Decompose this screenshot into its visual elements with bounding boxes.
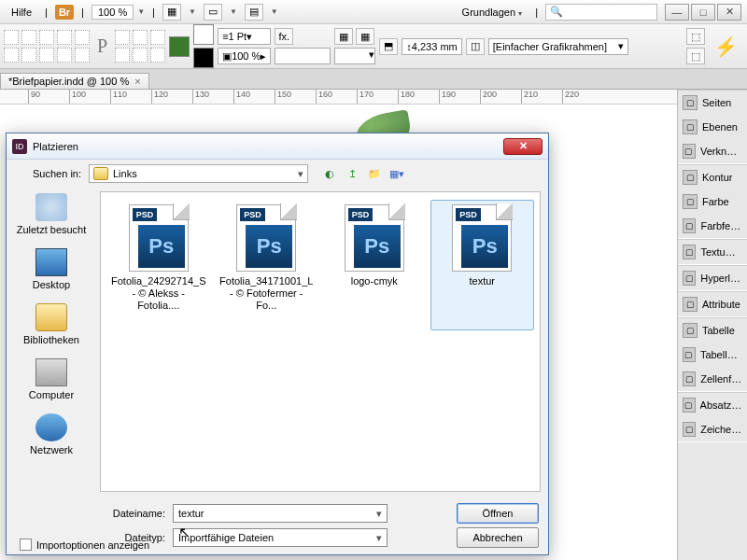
open-button[interactable]: Öffnen [457,503,539,524]
cancel-button[interactable]: Abbrechen [457,527,539,548]
fx-icon[interactable]: fx. [275,28,293,45]
panel-farbfelder[interactable]: ▢Farbfelder [678,214,747,238]
tint-field[interactable]: ▣ 100 % ▸ [218,48,271,64]
tab-close-icon[interactable]: × [134,76,140,87]
cap-field[interactable]: ▾ [334,48,375,64]
panel-icon: ▢ [683,323,698,338]
ruler-tick: 120 [151,90,168,105]
panel-zeichenf[interactable]: ▢Zeichenf... [678,417,747,441]
import-options-checkbox[interactable] [20,539,32,551]
import-options-row[interactable]: Importoptionen anzeigen [20,539,149,551]
dialog-titlebar[interactable]: ID Platzieren ✕ [7,133,548,160]
psd-icon: PSDPs [345,204,404,272]
swap-swatch[interactable] [193,48,214,68]
place-network[interactable]: Netzwerk [30,413,73,455]
panel-textumfl[interactable]: ▢Textumfl... [678,240,747,264]
fill-swatch[interactable] [169,36,190,57]
places-bar: Zuletzt besucht Desktop Bibliotheken Com… [7,188,96,496]
file-item[interactable]: PSDPsFotolia_34171001_L - © Fotofermer -… [215,200,318,330]
control-bar: P ≡ 1 Pt ▾ ▣ 100 % ▸ fx. ▦▦ ▾ ⬒ ↕ 4,233 … [0,24,747,69]
panel-verknpf[interactable]: ▢Verknüpf... [678,139,747,163]
zoom-control[interactable]: 100 % ▼ [92,5,145,20]
wrap-icon[interactable]: ▦ [334,28,353,45]
ruler-tick: 200 [480,90,497,105]
stroke-style-field[interactable] [275,48,331,64]
panel-ebenen[interactable]: ▢Ebenen [678,115,747,139]
panel-label: Absatzfor... [700,399,742,411]
workspace-switcher[interactable]: Grundlagen ▾ [457,5,529,20]
place-libraries[interactable]: Bibliotheken [23,303,79,345]
place-dialog: ID Platzieren ✕ Suchen in: Links ▾ ◐ ↥ 📁… [6,133,549,555]
extra-icon-2[interactable]: ⬚ [686,48,705,64]
filetype-field[interactable]: Importfähige Dateien▾ [173,528,388,547]
dialog-close-button[interactable]: ✕ [503,138,543,155]
panel-icon: ▢ [683,245,696,259]
panel-icon: ▢ [683,218,696,233]
panel-icon: ▢ [683,297,698,312]
screen-mode-icon[interactable]: ▭ [204,4,222,21]
panel-tabelle[interactable]: ▢Tabelle [678,318,747,343]
panel-zellenfor[interactable]: ▢Zellenfor... [678,367,747,391]
ruler-tick: 170 [357,90,374,105]
extra-icon-1[interactable]: ⬚ [686,28,705,45]
up-icon[interactable]: ↥ [344,165,360,182]
panel-kontur[interactable]: ▢Kontur [678,165,747,189]
object-style-icon[interactable]: ◫ [466,38,485,55]
panel-farbe[interactable]: ▢Farbe [678,189,747,214]
place-desktop[interactable]: Desktop [33,248,70,290]
ruler-tick: 160 [316,90,332,105]
stroke-weight-field[interactable]: ≡ 1 Pt ▾ [218,28,271,45]
corner-radius-field[interactable]: ↕ 4,233 mm [402,38,461,55]
transform-tools[interactable] [115,30,165,63]
file-item[interactable]: PSDPslogo-cmyk [322,200,426,330]
menu-help[interactable]: Hilfe [6,5,37,20]
minimize-button[interactable]: — [665,4,689,21]
file-item[interactable]: PSDPsFotolia_24292714_S - © Alekss - Fot… [106,200,211,330]
document-tab[interactable]: *Briefpapier.indd @ 100 % × [0,73,149,89]
panel-hyperlinks[interactable]: ▢Hyperlinks [678,266,747,290]
psd-icon: PSDPs [452,204,512,272]
zoom-value[interactable]: 100 % [92,5,134,20]
panel-icon: ▢ [683,422,696,437]
place-recent[interactable]: Zuletzt besucht [17,193,87,235]
panel-label: Tabellenf... [700,349,742,360]
wrap2-icon[interactable]: ▦ [356,28,374,45]
close-button[interactable]: ✕ [717,4,741,21]
dialog-title: Platzieren [33,141,78,152]
place-computer[interactable]: Computer [29,358,74,400]
file-list[interactable]: PSDPsFotolia_24292714_S - © Alekss - Fot… [100,191,541,492]
panel-label: Verknüpf... [700,146,742,157]
file-name: Fotolia_24292714_S - © Alekss - Fotolia.… [111,275,206,313]
panel-label: Hyperlinks [700,273,742,284]
file-item[interactable]: PSDPstextur [430,200,535,330]
psd-icon: PSDPs [236,204,296,272]
new-folder-icon[interactable]: 📁 [366,165,383,182]
corner-icon[interactable]: ⬒ [379,38,398,55]
view-option-icon[interactable]: ▦ [162,4,181,21]
chevron-down-icon[interactable]: ▼ [137,7,145,16]
back-icon[interactable]: ◐ [321,165,338,182]
fill-stroke-swatches[interactable] [169,36,190,57]
chevron-down-icon[interactable]: ▾ [298,168,303,180]
panel-tabellenf[interactable]: ▢Tabellenf... [678,343,747,367]
filename-field[interactable]: textur▾ [173,504,388,523]
anchor-tools[interactable] [4,30,90,63]
panel-absatzfor[interactable]: ▢Absatzfor... [678,393,747,417]
panel-seiten[interactable]: ▢Seiten [678,91,747,115]
ruler-tick: 100 [69,90,86,105]
ruler-tick: 190 [439,90,456,105]
object-style-field[interactable]: [Einfacher Grafikrahmen]▾ [488,38,628,55]
search-input[interactable]: 🔍 [545,4,657,21]
ruler-tick: 140 [233,90,250,105]
stroke-swatch[interactable] [193,24,214,45]
panel-attribute[interactable]: ▢Attribute [678,292,747,316]
panel-label: Farbe [702,196,729,207]
arrange-icon[interactable]: ▤ [245,4,263,21]
maximize-button[interactable]: □ [691,4,715,21]
folder-combobox[interactable]: Links ▾ [89,164,308,183]
ruler-tick: 220 [562,90,579,105]
quick-apply-icon[interactable]: ⚡ [709,35,743,58]
panel-icon: ▢ [683,347,696,362]
bridge-icon[interactable]: Br [55,5,74,20]
view-menu-icon[interactable]: ▦▾ [388,165,405,182]
